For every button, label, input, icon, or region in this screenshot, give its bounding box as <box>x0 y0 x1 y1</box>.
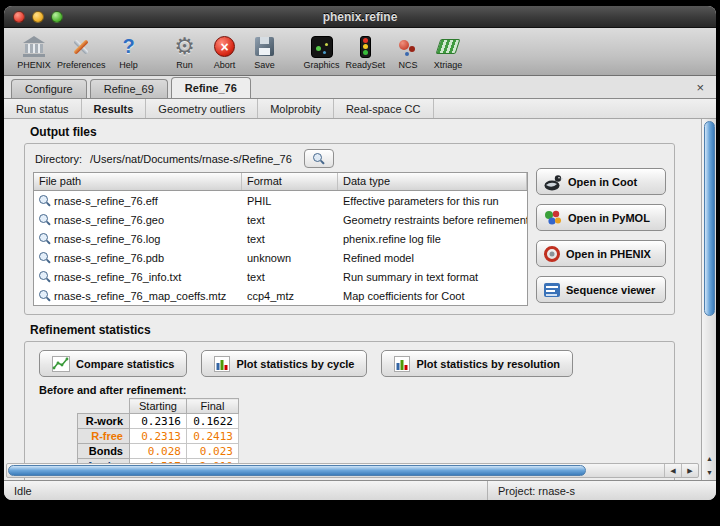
horizontal-scroll-track[interactable] <box>7 464 664 477</box>
scroll-left-arrow[interactable]: ◀ <box>664 464 681 477</box>
magnifier-icon <box>39 195 50 206</box>
plot-statistics-by-resolution-button[interactable]: Plot statistics by resolution <box>381 350 573 377</box>
toolbar-label: Help <box>119 60 138 70</box>
subtab-geometry-outliers[interactable]: Geometry outliers <box>146 99 258 118</box>
compare-statistics-button[interactable]: Compare statistics <box>39 350 187 377</box>
subtab-label: Results <box>94 103 134 115</box>
column-header-data-type[interactable]: Data type <box>338 173 527 190</box>
open-in-coot-button[interactable]: Open in Coot <box>536 168 666 195</box>
stat-row-r-free: R-free 0.2313 0.2413 <box>78 429 239 444</box>
stat-final-value: 0.2413 <box>186 429 238 444</box>
vertical-scroll-thumb[interactable] <box>704 121 715 316</box>
magnifier-icon <box>39 290 50 301</box>
tab-refine-69[interactable]: Refine_69 <box>90 79 168 98</box>
tab-label: Configure <box>25 83 73 95</box>
toolbar-button-preferences[interactable]: Preferences <box>54 33 109 71</box>
subtab-label: Real-space CC <box>346 103 421 115</box>
ncs-molecule-icon <box>397 36 419 58</box>
stat-final-value: 0.1622 <box>186 414 238 429</box>
toolbar-button-help[interactable]: ? Help <box>109 33 149 71</box>
tab-refine-76[interactable]: Refine_76 <box>171 77 251 98</box>
tab-configure[interactable]: Configure <box>11 79 87 98</box>
subtab-results[interactable]: Results <box>82 99 147 118</box>
open-in-phenix-button[interactable]: Open in PHENIX <box>536 240 666 267</box>
zoom-window-button[interactable] <box>51 11 63 23</box>
titlebar[interactable]: phenix.refine <box>4 6 716 28</box>
toolbar-button-save[interactable]: Save <box>245 33 285 71</box>
file-data-type: Geometry restraints before refinement <box>338 214 527 226</box>
close-window-button[interactable] <box>13 11 25 23</box>
file-format: unknown <box>242 252 338 264</box>
file-row[interactable]: rnase-s_refine_76.pdb unknown Refined mo… <box>34 248 527 267</box>
file-row[interactable]: rnase-s_refine_76_info.txt text Run summ… <box>34 267 527 286</box>
file-row[interactable]: rnase-s_refine_76_map_coeffs.mtz ccp4_mt… <box>34 286 527 305</box>
gear-icon: ⚙ <box>174 35 195 58</box>
subtab-run-status[interactable]: Run status <box>4 99 82 118</box>
before-after-label: Before and after refinement: <box>39 384 186 396</box>
stat-row-r-work: R-work 0.2316 0.1622 <box>78 414 239 429</box>
magnifier-icon <box>39 214 50 225</box>
plot-statistics-by-cycle-button[interactable]: Plot statistics by cycle <box>201 350 367 377</box>
directory-row: Directory: /Users/nat/Documents/rnase-s/… <box>35 149 334 168</box>
project-name-label: Project: rnase-s <box>488 485 716 497</box>
subtab-real-space-cc[interactable]: Real-space CC <box>334 99 434 118</box>
toolbar-label: Run <box>176 60 193 70</box>
stat-label: R-free <box>78 429 130 444</box>
toolbar-label: Abort <box>214 60 236 70</box>
subtab-molprobity[interactable]: Molprobity <box>258 99 334 118</box>
toolbar-button-run[interactable]: ⚙ Run <box>165 33 205 71</box>
file-data-type: Map coefficients for Coot <box>338 290 527 302</box>
file-name: rnase-s_refine_76.eff <box>54 195 158 207</box>
xtriage-icon <box>436 39 461 54</box>
output-files-heading: Output files <box>30 125 701 139</box>
close-tab-button[interactable]: × <box>691 81 709 94</box>
output-files-table: File path Format Data type rnase-s_refin… <box>33 172 528 306</box>
subtab-label: Molprobity <box>270 103 321 115</box>
scroll-down-arrow[interactable]: ▼ <box>702 465 716 479</box>
tools-icon <box>69 35 93 59</box>
stat-starting-value: 0.2316 <box>130 414 187 429</box>
status-bar: Idle Project: rnase-s <box>4 480 716 500</box>
results-subtab-bar: Run status Results Geometry outliers Mol… <box>4 99 716 119</box>
file-row[interactable]: rnase-s_refine_76.log text phenix.refine… <box>34 229 527 248</box>
toolbar-button-ncs[interactable]: NCS <box>388 33 428 71</box>
horizontal-scrollbar[interactable]: ◀ ▶ <box>6 463 699 478</box>
button-label: Open in Coot <box>568 176 637 188</box>
table-corner <box>78 399 130 414</box>
toolbar-button-readyset[interactable]: ReadySet <box>343 33 389 71</box>
toolbar-button-xtriage[interactable]: Xtriage <box>428 33 468 71</box>
directory-label: Directory: <box>35 153 82 165</box>
toolbar-button-phenix[interactable]: PHENIX <box>14 33 54 71</box>
pymol-icon <box>543 209 563 227</box>
open-in-pymol-button[interactable]: Open in PyMOL <box>536 204 666 231</box>
vertical-scrollbar[interactable]: ▲ ▼ <box>701 119 716 480</box>
toolbar-button-abort[interactable]: × Abort <box>205 33 245 71</box>
file-data-type: Effective parameters for this run <box>338 195 527 207</box>
file-name: rnase-s_refine_76_info.txt <box>54 271 181 283</box>
browse-directory-button[interactable] <box>304 149 334 168</box>
file-row[interactable]: rnase-s_refine_76.eff PHIL Effective par… <box>34 191 527 210</box>
sequence-viewer-button[interactable]: Sequence viewer <box>536 276 666 303</box>
scroll-right-arrow[interactable]: ▶ <box>681 464 698 477</box>
toolbar-button-graphics[interactable]: Graphics <box>301 33 343 71</box>
horizontal-scroll-thumb[interactable] <box>8 465 586 476</box>
file-data-type: phenix.refine log file <box>338 233 527 245</box>
column-header-format[interactable]: Format <box>242 173 338 190</box>
column-header-file-path[interactable]: File path <box>34 173 242 190</box>
refinement-statistics-groupbox: Compare statistics Plot statistics by cy… <box>24 341 675 480</box>
file-data-type: Refined model <box>338 252 527 264</box>
scroll-up-arrow[interactable]: ▲ <box>702 451 716 465</box>
statistics-button-row: Compare statistics Plot statistics by cy… <box>39 350 573 377</box>
toolbar-label: Graphics <box>304 60 340 70</box>
coot-bird-icon <box>543 173 563 191</box>
stat-starting-value: 0.2313 <box>130 429 187 444</box>
stat-label: Bonds <box>78 444 130 459</box>
vertical-scroll-arrows: ▲ ▼ <box>702 451 716 479</box>
stat-starting-value: 0.028 <box>130 444 187 459</box>
magnifier-icon <box>39 252 50 263</box>
toolbar-label: Preferences <box>57 60 106 70</box>
stat-label: R-work <box>78 414 130 429</box>
traffic-light-icon <box>360 36 371 58</box>
minimize-window-button[interactable] <box>32 11 44 23</box>
file-row[interactable]: rnase-s_refine_76.geo text Geometry rest… <box>34 210 527 229</box>
